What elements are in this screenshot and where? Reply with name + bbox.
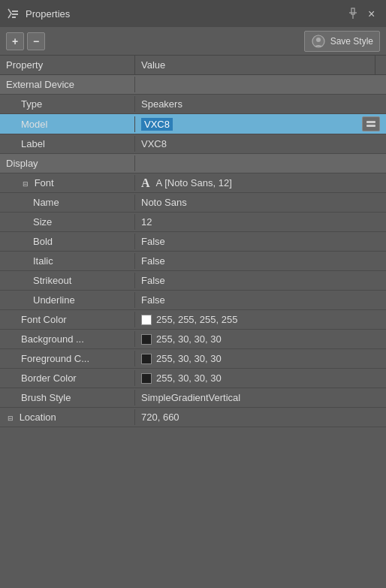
svg-rect-2 xyxy=(12,17,16,18)
row-font-bold[interactable]: Bold False xyxy=(0,232,386,252)
model-input-area: VXC8 xyxy=(141,116,380,131)
val-foreground: 255, 30, 30, 30 xyxy=(135,351,386,366)
val-font-strikeout: False xyxy=(135,273,386,288)
row-label[interactable]: Label VXC8 xyxy=(0,134,386,154)
foreground-swatch[interactable] xyxy=(141,354,152,364)
prop-location: ⊟ Location xyxy=(0,409,135,425)
model-value[interactable]: VXC8 xyxy=(141,118,173,131)
val-font-bold: False xyxy=(135,234,386,249)
val-font-underline: False xyxy=(135,292,386,308)
prop-font-color: Font Color xyxy=(0,312,135,327)
row-border-color[interactable]: Border Color 255, 30, 30, 30 xyxy=(0,369,386,388)
prop-font-size: Size xyxy=(0,214,135,230)
val-brush-style: SimpleGradientVertical xyxy=(135,390,386,406)
scroll-space xyxy=(375,56,386,74)
close-button[interactable]: × xyxy=(368,8,380,20)
row-brush-style[interactable]: Brush Style SimpleGradientVertical xyxy=(0,388,386,408)
val-external-device xyxy=(135,83,386,87)
save-style-icon xyxy=(311,34,326,49)
row-external-device-header: External Device xyxy=(0,75,386,95)
val-type: Speakers xyxy=(135,96,386,112)
browse-icon xyxy=(366,120,376,128)
remove-button[interactable]: − xyxy=(27,32,45,50)
row-font-underline[interactable]: Underline False xyxy=(0,291,386,310)
prop-font-bold: Bold xyxy=(0,234,135,249)
background-swatch[interactable] xyxy=(141,334,152,345)
title-bar: Properties × xyxy=(0,0,386,27)
svg-rect-9 xyxy=(366,125,375,127)
font-letter-icon: A xyxy=(141,176,150,190)
svg-rect-0 xyxy=(12,11,18,12)
row-font-strikeout[interactable]: Strikeout False xyxy=(0,271,386,291)
font-collapse-icon[interactable]: ⊟ xyxy=(21,179,30,188)
val-font: A A [Noto Sans, 12] xyxy=(135,174,386,192)
prop-external-device: External Device xyxy=(0,77,135,92)
prop-type: Type xyxy=(0,96,135,112)
column-headers: Property Value xyxy=(0,56,386,75)
row-font-name[interactable]: Name Noto Sans xyxy=(0,193,386,213)
toolbar: + − Save Style xyxy=(0,27,386,56)
pin-icon[interactable] xyxy=(347,8,359,20)
prop-font-italic: Italic xyxy=(0,253,135,269)
col-property-header: Property xyxy=(0,56,135,74)
row-font-color[interactable]: Font Color 255, 255, 255, 255 xyxy=(0,310,386,330)
prop-border-color: Border Color xyxy=(0,370,135,386)
save-style-label: Save Style xyxy=(330,36,373,47)
val-font-size: 12 xyxy=(135,214,386,230)
prop-model: Model xyxy=(0,116,135,132)
prop-font-strikeout: Strikeout xyxy=(0,273,135,288)
row-type[interactable]: Type Speakers xyxy=(0,95,386,114)
prop-label: Label xyxy=(0,136,135,152)
prop-foreground: Foreground C... xyxy=(0,351,135,366)
row-location[interactable]: ⊟ Location 720, 660 xyxy=(0,408,386,427)
prop-font: ⊟ Font xyxy=(0,175,135,191)
val-border-color: 255, 30, 30, 30 xyxy=(135,370,386,386)
val-font-color: 255, 255, 255, 255 xyxy=(135,312,386,327)
val-location: 720, 660 xyxy=(135,409,386,425)
border-color-swatch[interactable] xyxy=(141,373,152,384)
row-model[interactable]: Model VXC8 xyxy=(0,114,386,134)
properties-window: Properties × + − Save Style Property Val… xyxy=(0,0,386,588)
row-background[interactable]: Background ... 255, 30, 30, 30 xyxy=(0,330,386,349)
svg-rect-3 xyxy=(351,8,354,14)
row-font-size[interactable]: Size 12 xyxy=(0,213,386,232)
save-style-button[interactable]: Save Style xyxy=(304,31,380,52)
prop-background: Background ... xyxy=(0,331,135,347)
val-label: VXC8 xyxy=(135,136,386,152)
row-display-header: Display xyxy=(0,154,386,173)
val-font-italic: False xyxy=(135,253,386,269)
title-bar-text: Properties xyxy=(26,8,341,20)
val-font-name: Noto Sans xyxy=(135,194,386,210)
prop-font-underline: Underline xyxy=(0,292,135,308)
svg-rect-1 xyxy=(12,14,18,15)
properties-icon xyxy=(6,7,20,20)
row-font[interactable]: ⊟ Font A A [Noto Sans, 12] xyxy=(0,173,386,193)
location-collapse-icon[interactable]: ⊟ xyxy=(6,414,15,423)
properties-table[interactable]: Property Value External Device Type Spea… xyxy=(0,56,386,588)
val-background: 255, 30, 30, 30 xyxy=(135,331,386,347)
prop-brush-style: Brush Style xyxy=(0,390,135,406)
col-value-header: Value xyxy=(135,56,375,74)
svg-rect-8 xyxy=(366,121,375,123)
val-model[interactable]: VXC8 xyxy=(135,114,386,134)
prop-font-name: Name xyxy=(0,194,135,210)
row-foreground[interactable]: Foreground C... 255, 30, 30, 30 xyxy=(0,349,386,369)
add-button[interactable]: + xyxy=(6,32,24,50)
val-display xyxy=(135,161,386,166)
row-font-italic[interactable]: Italic False xyxy=(0,252,386,271)
font-color-swatch[interactable] xyxy=(141,315,152,325)
svg-point-7 xyxy=(316,38,321,42)
prop-display: Display xyxy=(0,155,135,171)
model-browse-button[interactable] xyxy=(362,116,380,131)
